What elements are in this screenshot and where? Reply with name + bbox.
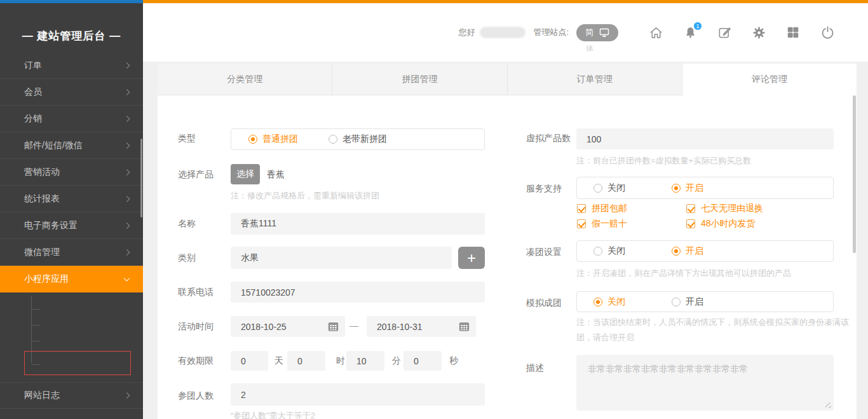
simulate-label: 模拟成团 — [526, 298, 562, 309]
tab-order-management[interactable]: 订单管理 — [508, 64, 682, 95]
sidebar-item-distribution[interactable]: 分销 — [0, 106, 143, 132]
tab-groupbuy-management[interactable]: 拼团管理 — [332, 64, 507, 95]
radio-service-on[interactable] — [672, 184, 681, 193]
chevron-right-icon — [124, 196, 130, 202]
checkbox-free-shipping[interactable]: 拼团包邮 — [577, 203, 627, 214]
gather-radio-group: 关闭 开启 — [576, 240, 834, 262]
radio-service-off-label[interactable]: 关闭 — [607, 182, 625, 194]
description-label: 描述 — [526, 362, 544, 374]
validity-days-input[interactable]: 0 — [231, 351, 268, 371]
simulate-note-line2: 团，请合理开启 — [576, 332, 634, 343]
panel-scrollbar[interactable] — [853, 95, 856, 253]
logout-power-icon[interactable] — [820, 25, 835, 40]
resize-grip[interactable] — [825, 402, 831, 408]
selected-product-value: 香蕉 — [267, 169, 285, 181]
checkbox-seven-day-return[interactable]: 七天无理由退换 — [686, 203, 763, 214]
seconds-unit: 秒 — [449, 355, 458, 367]
radio-normal-groupbuy[interactable] — [248, 135, 257, 144]
chevron-right-icon — [124, 169, 130, 175]
chevron-right-icon — [124, 62, 130, 69]
tab-bar: 分类管理 拼团管理 订单管理 评论管理 — [158, 64, 857, 95]
checkbox-fake-one-pay-ten[interactable]: 假一赔十 — [577, 218, 627, 230]
select-product-button[interactable]: 选择 — [231, 164, 260, 184]
sidebar-item-site-logs[interactable]: 网站日志 — [0, 382, 143, 409]
radio-normal-groupbuy-label[interactable]: 普通拼团 — [262, 134, 298, 145]
calendar-icon[interactable] — [459, 321, 470, 332]
sidebar-item-miniprogram-apps[interactable]: 小程序应用 — [0, 266, 143, 292]
tab-category-management[interactable]: 分类管理 — [158, 64, 332, 95]
activity-time-label: 活动时间 — [178, 321, 214, 333]
header: 您好 管理站点: 简 体 1 — [143, 3, 868, 62]
date-range-separator: — — [349, 320, 358, 331]
notification-badge: 1 — [693, 22, 702, 31]
members-note: “参团人数”需大于等于2 — [231, 410, 315, 419]
virtual-count-label: 虚拟产品数 — [526, 133, 571, 144]
sidebar-item-marketing[interactable]: 营销活动 — [0, 159, 143, 186]
members-label: 参团人数 — [178, 390, 214, 402]
chevron-right-icon — [124, 223, 130, 229]
language-label-wrap: 体 — [586, 43, 593, 54]
username-redacted — [480, 27, 526, 38]
validity-minutes-input[interactable]: 10 — [346, 351, 384, 371]
checkbox-48h-shipping[interactable]: 48小时内发货 — [686, 218, 756, 230]
validity-seconds-input[interactable]: 0 — [403, 351, 442, 371]
notifications-bell-icon[interactable]: 1 — [683, 25, 698, 40]
sidebar-item-orders[interactable]: 订单 — [0, 62, 143, 79]
radio-gather-on-label[interactable]: 开启 — [686, 245, 703, 257]
category-select[interactable]: 水果 — [231, 247, 452, 269]
end-date-input[interactable]: 2018-10-31 — [367, 316, 476, 337]
checkbox-icon — [686, 204, 695, 213]
description-textarea[interactable]: 非常非常非常非常非常非常非常非常非常 — [576, 355, 834, 411]
virtual-count-note: 注：前台已拼团件数=虚拟数量+实际已购买总数 — [576, 155, 751, 167]
annotation-highlight-box — [24, 351, 131, 375]
members-input[interactable]: 2 — [231, 383, 485, 406]
radio-gather-off[interactable] — [593, 247, 602, 256]
radio-old-new-groupbuy[interactable] — [329, 135, 337, 144]
radio-service-off[interactable] — [593, 184, 602, 193]
sidebar-menu: 订单 会员 分销 邮件/短信/微信 营销活动 统计报表 电子商务设置 微信管理 — [0, 62, 143, 419]
sidebar-item-members[interactable]: 会员 — [0, 79, 143, 106]
edit-icon[interactable] — [717, 25, 732, 40]
settings-gear-icon[interactable] — [752, 25, 766, 40]
radio-gather-on[interactable] — [672, 247, 681, 256]
gather-note: 注：开启凑团，则在产品详情下方出现其他可以拼团的产品 — [576, 268, 791, 279]
language-label: 简 — [585, 27, 593, 38]
radio-simulate-on-label[interactable]: 开启 — [686, 296, 703, 308]
radio-simulate-off-label[interactable]: 关闭 — [607, 296, 625, 308]
checkbox-icon — [577, 204, 586, 213]
tab-review-management[interactable]: 评论管理 — [682, 64, 857, 95]
validity-hours-input[interactable]: 0 — [287, 351, 325, 371]
validity-label: 有效期限 — [178, 355, 214, 367]
simulate-note-line1: 注：当该团快结束时，人员不满的情况下，则系统会模拟买家的身份凑满该 — [576, 317, 849, 328]
add-category-button[interactable]: + — [458, 247, 485, 269]
radio-service-on-label[interactable]: 开启 — [686, 182, 703, 194]
start-date-input[interactable]: 2018-10-25 — [231, 316, 345, 337]
sidebar-item-wechat-management[interactable]: 微信管理 — [0, 239, 143, 266]
home-icon[interactable] — [649, 25, 663, 40]
radio-simulate-off[interactable] — [593, 298, 602, 306]
minutes-unit: 分 — [392, 355, 401, 367]
sidebar-item-ecommerce-settings[interactable]: 电子商务设置 — [0, 212, 143, 239]
sidebar-scrollbar[interactable] — [140, 139, 142, 217]
checkbox-icon — [686, 219, 695, 228]
days-unit: 天 — [275, 355, 283, 367]
type-label: 类型 — [178, 133, 196, 144]
sidebar-item-mail-sms-wechat[interactable]: 邮件/短信/微信 — [0, 132, 143, 159]
chevron-down-icon — [124, 275, 130, 282]
chevron-right-icon — [124, 116, 130, 122]
phone-input[interactable]: 15710023207 — [231, 282, 485, 303]
name-label: 名称 — [178, 218, 196, 230]
apps-grid-icon[interactable] — [786, 25, 801, 40]
name-input[interactable]: 香蕉1111 — [231, 213, 485, 235]
sidebar-item-reports[interactable]: 统计报表 — [0, 186, 143, 212]
chevron-right-icon — [124, 249, 130, 256]
service-support-label: 服务支持 — [526, 183, 562, 195]
calendar-icon[interactable] — [328, 321, 339, 332]
radio-simulate-on[interactable] — [672, 298, 681, 306]
virtual-count-input[interactable]: 100 — [576, 128, 834, 149]
language-toggle[interactable]: 简 — [576, 24, 618, 41]
radio-gather-off-label[interactable]: 关闭 — [607, 245, 625, 257]
checkbox-icon — [577, 219, 586, 228]
greeting-label: 您好 — [458, 27, 475, 38]
radio-old-new-groupbuy-label[interactable]: 老带新拼团 — [342, 134, 387, 145]
